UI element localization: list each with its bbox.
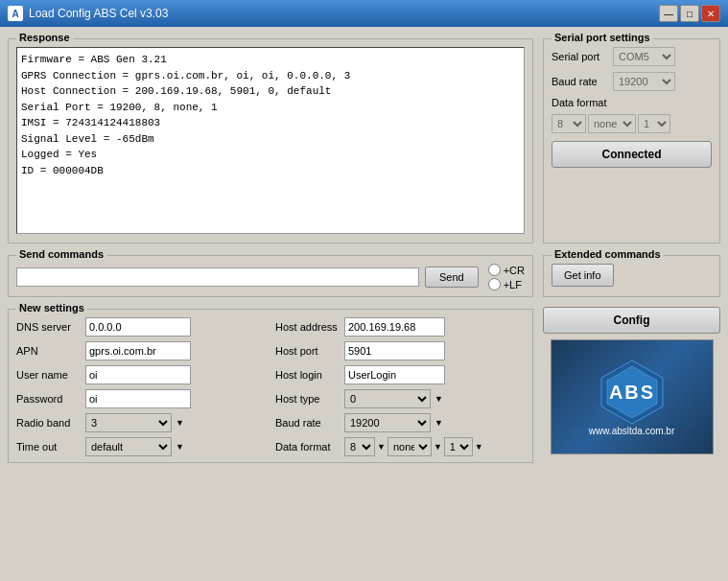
host-type-label: Host type bbox=[275, 393, 341, 405]
radio-band-chevron-icon: ▼ bbox=[176, 418, 184, 428]
dns-server-label: DNS server bbox=[16, 321, 82, 333]
host-address-row: Host address bbox=[275, 317, 525, 337]
send-command-input[interactable] bbox=[16, 267, 419, 287]
baud-rate-row: Baud rate 19200 bbox=[552, 72, 712, 91]
main-window: Response Serial port settings Serial por… bbox=[0, 27, 728, 581]
title-controls: — □ ✕ bbox=[659, 5, 720, 22]
host-login-input[interactable] bbox=[344, 365, 445, 384]
new-settings-panel: New settings DNS server APN bbox=[8, 309, 533, 463]
maximize-button[interactable]: □ bbox=[680, 5, 699, 22]
lf-radio[interactable] bbox=[488, 278, 501, 290]
dns-server-row: DNS server bbox=[16, 317, 266, 337]
get-info-button[interactable]: Get info bbox=[552, 264, 614, 287]
lf-radio-label[interactable]: +LF bbox=[488, 278, 525, 290]
top-row: Response Serial port settings Serial por… bbox=[8, 35, 720, 244]
settings-data-format-parity[interactable]: none bbox=[387, 437, 432, 456]
send-commands-panel: Send commands Send +CR +LF bbox=[8, 255, 533, 297]
cr-radio-label[interactable]: +CR bbox=[488, 264, 525, 276]
settings-grid: DNS server APN User name Password bbox=[16, 317, 525, 456]
password-input[interactable] bbox=[85, 389, 191, 408]
new-settings-label: New settings bbox=[16, 302, 87, 314]
close-button[interactable]: ✕ bbox=[701, 5, 720, 22]
baud-rate-label: Baud rate bbox=[552, 76, 609, 87]
logo-area: ABS www.absltda.com.br bbox=[551, 339, 714, 454]
serial-port-settings-panel: Serial port settings Serial port COM5 Ba… bbox=[543, 38, 720, 244]
settings-baud-rate-select[interactable]: 19200 bbox=[344, 413, 431, 432]
bottom-row: New settings DNS server APN bbox=[8, 305, 720, 463]
data-format-row: Data format bbox=[552, 97, 712, 108]
settings-data-format-row: Data format 8 ▼ none ▼ bbox=[275, 437, 525, 456]
settings-data-format-bits[interactable]: 8 bbox=[344, 437, 375, 456]
cr-lf-group: +CR +LF bbox=[488, 264, 525, 290]
host-type-chevron-icon: ▼ bbox=[434, 394, 443, 404]
logo-url: www.absltda.com.br bbox=[589, 426, 674, 436]
lf-label: +LF bbox=[504, 279, 522, 290]
svg-text:ABS: ABS bbox=[608, 382, 654, 403]
response-textarea[interactable] bbox=[16, 47, 525, 234]
apn-row: APN bbox=[16, 341, 266, 360]
abs-logo-svg: ABS bbox=[594, 359, 670, 426]
connected-button[interactable]: Connected bbox=[552, 141, 712, 168]
app-icon: A bbox=[8, 6, 23, 21]
password-label: Password bbox=[16, 393, 82, 405]
user-name-input[interactable] bbox=[85, 365, 191, 384]
minimize-button[interactable]: — bbox=[659, 5, 678, 22]
time-out-label: Time out bbox=[16, 441, 82, 453]
serial-port-settings-label: Serial port settings bbox=[552, 32, 653, 43]
send-button[interactable]: Send bbox=[425, 267, 479, 288]
host-type-select[interactable]: 0 bbox=[344, 389, 431, 408]
send-commands-label: Send commands bbox=[16, 248, 106, 260]
host-port-input[interactable] bbox=[344, 341, 445, 360]
data-format-label: Data format bbox=[552, 97, 609, 108]
radio-band-select[interactable]: 3 bbox=[85, 413, 172, 432]
data-format-parity-select[interactable]: none bbox=[588, 114, 636, 133]
time-out-select[interactable]: default bbox=[85, 437, 172, 456]
time-out-chevron-icon: ▼ bbox=[176, 442, 184, 452]
settings-data-format-label: Data format bbox=[275, 441, 341, 453]
apn-label: APN bbox=[16, 345, 82, 357]
stop-chevron-icon: ▼ bbox=[475, 442, 483, 452]
dns-server-input[interactable] bbox=[85, 317, 191, 337]
host-type-row: Host type 0 ▼ bbox=[275, 389, 525, 408]
serial-port-select[interactable]: COM5 bbox=[613, 47, 675, 66]
radio-band-row: Radio band 3 ▼ bbox=[16, 413, 266, 432]
serial-port-label: Serial port bbox=[552, 51, 609, 62]
user-name-row: User name bbox=[16, 365, 266, 384]
settings-baud-rate-row: Baud rate 19200 ▼ bbox=[275, 413, 525, 432]
host-port-label: Host port bbox=[275, 345, 341, 357]
middle-row: Send commands Send +CR +LF bbox=[8, 251, 720, 297]
password-row: Password bbox=[16, 389, 266, 408]
response-label: Response bbox=[16, 32, 73, 43]
title-bar: A Load Config ABS Cel v3.03 — □ ✕ bbox=[0, 0, 728, 27]
host-login-label: Host login bbox=[275, 369, 341, 381]
settings-baud-rate-chevron-icon: ▼ bbox=[434, 418, 443, 428]
host-port-row: Host port bbox=[275, 341, 525, 360]
right-panel: Config ABS www.absltda.com.br bbox=[543, 305, 720, 463]
response-panel: Response bbox=[8, 38, 533, 244]
settings-data-format-stop[interactable]: 1 bbox=[444, 437, 473, 456]
host-address-input[interactable] bbox=[344, 317, 445, 337]
cr-radio[interactable] bbox=[488, 264, 501, 276]
host-address-label: Host address bbox=[275, 321, 341, 333]
settings-right-col: Host address Host port Host login H bbox=[275, 317, 525, 456]
settings-left-col: DNS server APN User name Password bbox=[16, 317, 266, 456]
data-format-stop-select[interactable]: 1 bbox=[638, 114, 670, 133]
settings-baud-rate-label: Baud rate bbox=[275, 417, 341, 429]
extended-commands-panel: Extended commands Get info bbox=[543, 255, 720, 297]
data-format-bits-select[interactable]: 8 bbox=[552, 114, 586, 133]
send-row: Send +CR +LF bbox=[16, 264, 525, 290]
apn-input[interactable] bbox=[85, 341, 191, 360]
bits-chevron-icon: ▼ bbox=[377, 442, 386, 452]
time-out-row: Time out default ▼ bbox=[16, 437, 266, 456]
parity-chevron-icon: ▼ bbox=[434, 442, 442, 452]
baud-rate-select[interactable]: 19200 bbox=[613, 72, 675, 91]
cr-label: +CR bbox=[504, 265, 525, 276]
settings-data-format-selects: 8 ▼ none ▼ 1 ▼ bbox=[344, 437, 483, 456]
radio-band-label: Radio band bbox=[16, 417, 82, 429]
host-login-row: Host login bbox=[275, 365, 525, 384]
serial-port-row: Serial port COM5 bbox=[552, 47, 712, 66]
extended-commands-label: Extended commands bbox=[552, 248, 664, 260]
window-title: Load Config ABS Cel v3.03 bbox=[29, 7, 168, 20]
config-button[interactable]: Config bbox=[543, 307, 720, 334]
data-format-selects: 8 none 1 bbox=[552, 114, 712, 133]
